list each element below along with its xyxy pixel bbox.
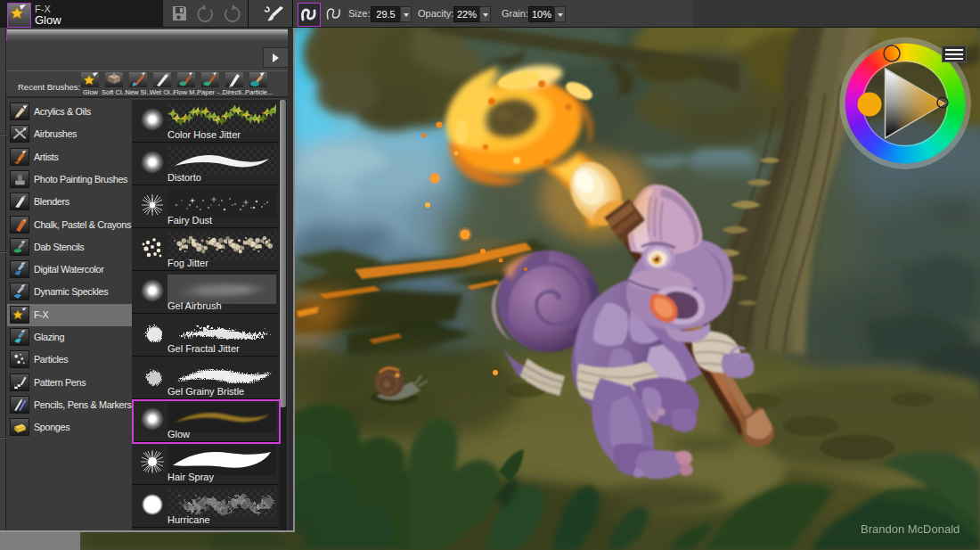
svg-text:Brandon McDonald: Brandon McDonald <box>861 522 960 536</box>
